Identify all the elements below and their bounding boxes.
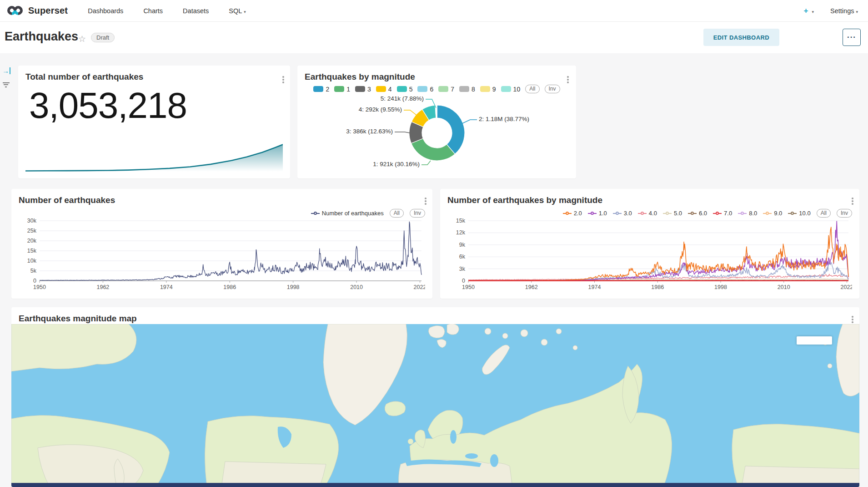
svg-text:25k: 25k bbox=[27, 228, 37, 234]
superset-logo-icon bbox=[7, 6, 25, 16]
line-chart-legend: 2.0 1.0 3.0 4.0 5.0 6.0 7.0 8.0 9.0 10.0… bbox=[563, 209, 852, 218]
svg-text:1998: 1998 bbox=[714, 284, 727, 290]
card-number-of-earthquakes: Number of earthquakes Number of earthqua… bbox=[11, 189, 432, 299]
legend-item-number-of-earthquakes[interactable]: Number of earthquakes bbox=[311, 210, 384, 217]
donut-callout-1: 1: 921k (30.16%) bbox=[373, 161, 420, 167]
nav-charts[interactable]: Charts bbox=[143, 7, 163, 15]
line-series-icon bbox=[763, 212, 772, 215]
draft-badge: Draft bbox=[91, 33, 115, 42]
nav-dashboards[interactable]: Dashboards bbox=[88, 7, 123, 15]
page-title: Earthquakes bbox=[5, 30, 78, 44]
chevron-down-icon: ▾ bbox=[856, 10, 858, 14]
svg-text:9k: 9k bbox=[459, 242, 466, 248]
dashboard-options-button[interactable]: ··· bbox=[843, 29, 861, 46]
svg-text:15k: 15k bbox=[456, 218, 466, 224]
svg-text:1950: 1950 bbox=[33, 284, 46, 290]
legend-all-button[interactable]: All bbox=[390, 209, 404, 218]
nav-sql[interactable]: SQL▾ bbox=[229, 7, 246, 15]
legend-inv-button[interactable]: Inv bbox=[410, 209, 425, 218]
favorite-star-icon[interactable]: ☆ bbox=[78, 34, 86, 44]
edit-dashboard-button[interactable]: EDIT DASHBOARD bbox=[703, 29, 779, 46]
big-number-value: 3,053,218 bbox=[29, 85, 187, 127]
legend-inv-button[interactable]: Inv bbox=[837, 209, 852, 218]
donut-chart bbox=[297, 66, 576, 178]
chart-title: Number of earthquakes by magnitude bbox=[447, 195, 602, 205]
chevron-down-icon: ▾ bbox=[244, 10, 246, 14]
line-series-icon bbox=[638, 212, 647, 215]
donut-callout-2: 2: 1.18M (38.77%) bbox=[479, 116, 529, 122]
svg-text:3k: 3k bbox=[459, 266, 466, 272]
line-series-icon bbox=[713, 212, 722, 215]
legend-item-9.0[interactable]: 9.0 bbox=[763, 210, 782, 217]
svg-text:2022: 2022 bbox=[414, 284, 425, 290]
legend-item-2.0[interactable]: 2.0 bbox=[563, 210, 582, 217]
line-chart: 03k6k9k12k15k195019621974198619982010202… bbox=[447, 217, 852, 295]
legend-item-5.0[interactable]: 5.0 bbox=[663, 210, 682, 217]
chart-options-menu[interactable] bbox=[280, 75, 286, 85]
svg-text:0: 0 bbox=[462, 278, 465, 284]
line-series-icon bbox=[738, 212, 747, 215]
card-earthquakes-by-magnitude: Earthquakes by magnitude 21345678910AllI… bbox=[297, 66, 576, 178]
donut-callout-5: 5: 241k (7.88%) bbox=[381, 95, 424, 102]
expand-filter-panel-icon[interactable]: → bbox=[2, 67, 10, 74]
map-legend bbox=[797, 336, 832, 345]
line-series-icon bbox=[563, 212, 572, 215]
top-navbar: Superset Dashboards Charts Datasets SQL▾… bbox=[0, 0, 868, 22]
line-series-icon bbox=[688, 212, 697, 215]
line-chart: 05k10k15k20k25k30k1950196219741986199820… bbox=[19, 217, 425, 295]
sparkline-area-chart bbox=[25, 140, 283, 173]
svg-text:1962: 1962 bbox=[525, 284, 538, 290]
card-earthquakes-by-magnitude-series: Number of earthquakes by magnitude 2.0 1… bbox=[440, 189, 859, 299]
line-series-icon bbox=[311, 212, 320, 215]
svg-text:1962: 1962 bbox=[97, 284, 110, 290]
line-series-icon bbox=[663, 212, 672, 215]
legend-item-3.0[interactable]: 3.0 bbox=[613, 210, 632, 217]
legend-item-1.0[interactable]: 1.0 bbox=[588, 210, 607, 217]
new-item-button[interactable]: + ▾ bbox=[804, 6, 814, 15]
svg-text:1974: 1974 bbox=[160, 284, 173, 290]
donut-callout-3: 3: 386k (12.63%) bbox=[346, 128, 393, 135]
svg-text:0: 0 bbox=[33, 278, 36, 284]
svg-text:1974: 1974 bbox=[588, 284, 601, 290]
settings-menu[interactable]: Settings▾ bbox=[830, 7, 858, 15]
svg-text:1998: 1998 bbox=[287, 284, 300, 290]
nav-datasets[interactable]: Datasets bbox=[183, 7, 209, 15]
svg-text:20k: 20k bbox=[27, 238, 37, 244]
legend-item-4.0[interactable]: 4.0 bbox=[638, 210, 657, 217]
chart-options-menu[interactable] bbox=[849, 315, 856, 325]
dashboard-header: Earthquakes ☆ Draft EDIT DASHBOARD ··· bbox=[0, 22, 868, 53]
svg-text:30k: 30k bbox=[27, 218, 37, 224]
plus-icon: + bbox=[804, 6, 808, 15]
svg-text:10k: 10k bbox=[27, 258, 37, 264]
line-series-icon bbox=[588, 212, 597, 215]
chevron-down-icon: ▾ bbox=[812, 10, 814, 14]
svg-text:2022: 2022 bbox=[841, 284, 852, 290]
svg-text:5k: 5k bbox=[30, 268, 37, 274]
svg-text:15k: 15k bbox=[27, 248, 37, 254]
line-series-icon bbox=[788, 212, 797, 215]
legend-all-button[interactable]: All bbox=[817, 209, 831, 218]
chart-title: Total number of earthquakes bbox=[25, 72, 143, 82]
legend-item-10.0[interactable]: 10.0 bbox=[788, 210, 810, 217]
svg-text:1986: 1986 bbox=[651, 284, 664, 290]
line-series-icon bbox=[613, 212, 622, 215]
filter-icon[interactable] bbox=[2, 81, 10, 88]
next-row-peek bbox=[11, 483, 859, 487]
chart-options-menu[interactable] bbox=[422, 196, 429, 206]
legend-item-8.0[interactable]: 8.0 bbox=[738, 210, 757, 217]
chart-title: Number of earthquakes bbox=[19, 195, 115, 205]
line-chart-legend: Number of earthquakesAllInv bbox=[311, 209, 425, 218]
world-map[interactable] bbox=[11, 324, 859, 487]
card-magnitude-map: Earthquakes magnitude map bbox=[11, 307, 859, 487]
svg-text:1950: 1950 bbox=[462, 284, 475, 290]
superset-logo[interactable]: Superset bbox=[7, 5, 68, 16]
svg-text:6k: 6k bbox=[459, 254, 466, 260]
svg-text:2010: 2010 bbox=[350, 284, 363, 290]
chart-title: Earthquakes magnitude map bbox=[19, 314, 137, 324]
legend-item-6.0[interactable]: 6.0 bbox=[688, 210, 707, 217]
svg-text:12k: 12k bbox=[456, 229, 466, 236]
chart-options-menu[interactable] bbox=[849, 196, 856, 206]
legend-item-7.0[interactable]: 7.0 bbox=[713, 210, 732, 217]
brand-name: Superset bbox=[28, 5, 68, 16]
donut-callout-4: 4: 292k (9.55%) bbox=[359, 106, 402, 113]
